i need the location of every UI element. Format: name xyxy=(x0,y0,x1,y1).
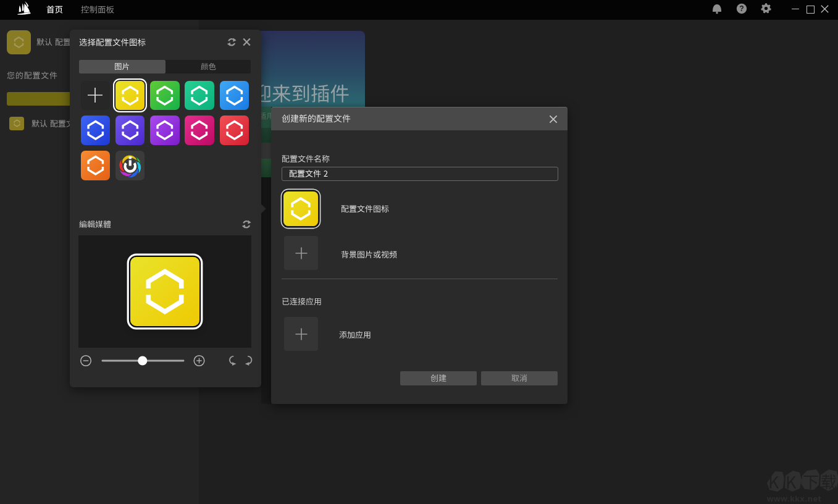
svg-text:?: ? xyxy=(739,4,744,13)
